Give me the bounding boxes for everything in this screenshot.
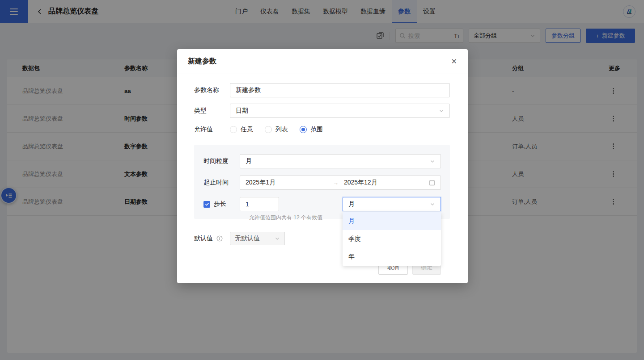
- step-checkbox-checked-icon[interactable]: [203, 201, 210, 208]
- step-label: 步长: [214, 200, 240, 208]
- step-unit-select[interactable]: 月: [343, 197, 441, 211]
- chevron-down-icon: [430, 201, 435, 207]
- radio-range-label: 范围: [310, 126, 323, 134]
- granularity-label: 时间粒度: [203, 157, 240, 165]
- param-name-field[interactable]: [230, 83, 450, 97]
- allowed-values-label: 允许值: [194, 126, 230, 134]
- chevron-down-icon: [430, 159, 435, 164]
- param-name-label: 参数名称: [194, 86, 230, 94]
- range-settings-panel: 时间粒度 月 起止时间 2025年1月 → 2025年12月: [194, 145, 450, 219]
- range-end-value[interactable]: 2025年12月: [344, 179, 377, 187]
- type-select[interactable]: 日期: [230, 104, 450, 118]
- default-value-text: 无默认值: [235, 234, 260, 243]
- new-parameter-modal: 新建参数 ✕ 参数名称 类型 日期 允许值 任意: [177, 49, 468, 283]
- date-range-picker[interactable]: 2025年1月 → 2025年12月: [240, 176, 441, 190]
- radio-unchecked-icon: [230, 126, 237, 133]
- step-unit-dropdown: 月 季度 年: [343, 212, 441, 266]
- default-value-select-disabled[interactable]: 无默认值: [230, 232, 285, 245]
- dropdown-option-year[interactable]: 年: [343, 248, 441, 266]
- granularity-select[interactable]: 月: [240, 154, 441, 168]
- chevron-down-icon: [275, 236, 280, 241]
- calendar-icon: [429, 180, 435, 186]
- chevron-down-icon: [439, 108, 444, 113]
- type-value: 日期: [236, 107, 248, 115]
- arrow-right-icon: →: [333, 180, 339, 186]
- date-range-label: 起止时间: [203, 179, 240, 187]
- info-icon[interactable]: [216, 235, 223, 242]
- range-start-value[interactable]: 2025年1月: [246, 179, 275, 187]
- radio-range[interactable]: 范围: [300, 126, 323, 134]
- radio-any-label: 任意: [241, 126, 253, 134]
- radio-list[interactable]: 列表: [265, 126, 288, 134]
- granularity-value: 月: [246, 157, 252, 165]
- radio-any[interactable]: 任意: [230, 126, 253, 134]
- close-icon[interactable]: ✕: [451, 58, 457, 65]
- dropdown-option-month[interactable]: 月: [343, 212, 441, 230]
- radio-checked-icon: [300, 126, 307, 133]
- type-label: 类型: [194, 107, 230, 115]
- dropdown-option-quarter[interactable]: 季度: [343, 230, 441, 248]
- step-unit-value: 月: [348, 200, 355, 208]
- step-value-input[interactable]: [240, 197, 279, 211]
- param-name-input[interactable]: [236, 87, 444, 94]
- modal-header: 新建参数 ✕: [177, 49, 468, 74]
- radio-unchecked-icon: [265, 126, 272, 133]
- modal-title: 新建参数: [188, 57, 216, 66]
- allowed-values-radio-group: 任意 列表 范围: [230, 126, 323, 134]
- radio-list-label: 列表: [275, 126, 288, 134]
- default-value-label: 默认值: [194, 234, 213, 243]
